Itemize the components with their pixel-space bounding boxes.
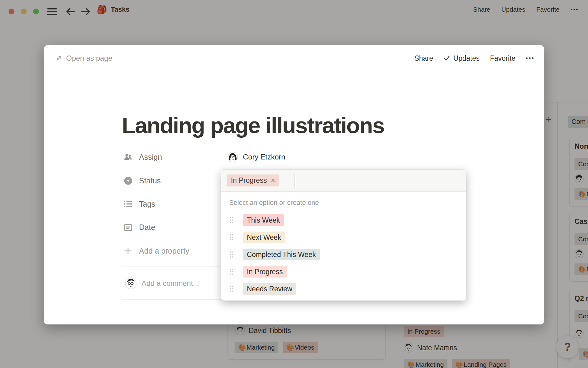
status-option-row[interactable]: Needs Review — [221, 283, 466, 295]
modal-header: Open as page Share Updates Favorite ••• — [44, 51, 544, 65]
modal-updates-button[interactable]: Updates — [443, 54, 480, 63]
status-dropdown: In Progress ✕ Select an option or create… — [221, 170, 466, 301]
property-row-assign[interactable]: Assign — [124, 151, 162, 163]
remove-tag-icon[interactable]: ✕ — [271, 177, 276, 184]
avatar — [125, 278, 137, 289]
status-input-area[interactable]: In Progress ✕ — [221, 170, 466, 192]
drag-handle-icon[interactable] — [229, 234, 234, 241]
page-title[interactable]: Landing page illustrations — [122, 113, 384, 138]
property-row-status[interactable]: Status — [124, 174, 161, 187]
status-option-row[interactable]: Completed This Week — [221, 249, 466, 260]
add-property-button[interactable]: Add a property — [124, 245, 189, 257]
property-row-date[interactable]: Date — [124, 221, 155, 233]
selected-status-label: In Progress — [231, 176, 267, 185]
drag-handle-icon[interactable] — [229, 251, 234, 258]
open-as-page-icon — [56, 55, 62, 62]
plus-icon — [124, 247, 132, 255]
status-option-row[interactable]: This Week — [221, 214, 466, 226]
text-cursor — [295, 174, 295, 188]
modal-share-button[interactable]: Share — [414, 54, 433, 63]
add-comment-placeholder: Add a comment... — [141, 279, 199, 288]
status-select-icon — [124, 176, 132, 185]
status-option-tag[interactable]: Completed This Week — [243, 249, 320, 260]
open-as-page-label: Open as page — [66, 54, 112, 63]
property-row-tags[interactable]: Tags — [124, 198, 155, 210]
status-option-tag[interactable]: This Week — [243, 214, 284, 226]
property-label: Date — [139, 223, 155, 232]
property-label: Assign — [139, 153, 162, 162]
assignee-name: Cory Etzkorn — [243, 153, 285, 161]
add-property-label: Add a property — [139, 247, 189, 255]
date-calendar-icon — [124, 223, 132, 232]
drag-handle-icon[interactable] — [229, 285, 234, 293]
selected-status-tag: In Progress ✕ — [227, 174, 279, 186]
add-comment-row[interactable]: Add a comment... — [125, 277, 199, 290]
tags-list-icon — [124, 200, 132, 208]
status-option-row[interactable]: Next Week — [221, 232, 466, 243]
status-option-tag[interactable]: In Progress — [243, 266, 287, 278]
assign-person-icon — [124, 153, 132, 161]
property-label: Status — [139, 176, 161, 185]
property-label: Tags — [139, 200, 155, 209]
drag-handle-icon[interactable] — [229, 217, 234, 224]
drag-handle-icon[interactable] — [229, 268, 234, 275]
modal-favorite-button[interactable]: Favorite — [490, 54, 515, 63]
avatar — [228, 152, 238, 162]
dropdown-hint: Select an option or create one — [229, 199, 319, 207]
modal-more-button[interactable]: ••• — [526, 55, 535, 62]
open-as-page-button[interactable]: Open as page — [56, 51, 112, 65]
check-icon — [443, 55, 450, 62]
app-window: 🎒 Tasks Share Updates Favorite ••• + Com… — [0, 0, 588, 368]
status-option-tag[interactable]: Needs Review — [243, 283, 296, 295]
status-option-tag[interactable]: Next Week — [243, 232, 285, 243]
status-option-row[interactable]: In Progress — [221, 266, 466, 278]
assign-value[interactable]: Cory Etzkorn — [228, 151, 285, 163]
